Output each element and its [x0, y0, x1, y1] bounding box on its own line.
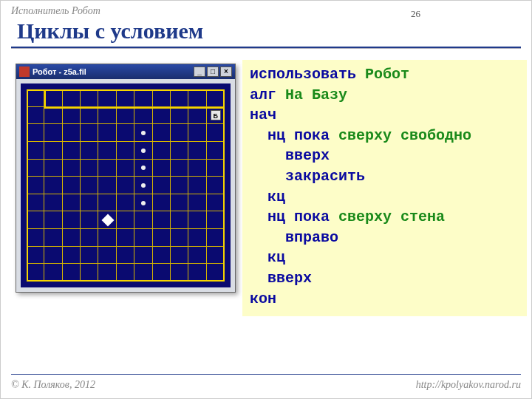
grid-cell	[81, 194, 98, 212]
grid-cell	[117, 264, 134, 282]
grid-cell	[171, 264, 188, 282]
grid-cell	[153, 107, 171, 125]
grid-cell	[188, 142, 206, 160]
grid-cell	[44, 194, 62, 212]
painted-cell-dot	[141, 149, 146, 153]
grid-cell	[153, 142, 171, 160]
grid-cell	[188, 124, 206, 142]
grid-cell	[117, 211, 134, 229]
grid-cell	[117, 194, 134, 212]
grid-cell	[153, 194, 171, 212]
grid-cell	[63, 89, 81, 107]
grid-cell	[27, 211, 44, 229]
inner-wall-horizontal	[44, 107, 225, 109]
grid-cell	[81, 160, 98, 177]
code-line: нц пока сверху свободно	[250, 126, 519, 146]
grid-cell	[27, 229, 44, 247]
grid-cell	[207, 194, 225, 212]
title-rule	[11, 47, 521, 49]
grid-cell	[188, 160, 206, 177]
painted-cell-dot	[141, 166, 146, 170]
grid-cell	[44, 124, 62, 142]
grid-cell	[153, 124, 171, 142]
code-line: кц	[250, 187, 519, 208]
painted-cell-dot	[141, 183, 146, 188]
grid-cell	[63, 194, 81, 212]
keyword-token: нц пока	[250, 208, 338, 225]
grid-cell	[98, 229, 116, 247]
grid-cell	[171, 177, 188, 194]
grid-cell	[117, 107, 134, 125]
grid-cell	[44, 107, 62, 125]
site-url: http://kpolyakov.narod.ru	[416, 379, 521, 391]
grid-cell	[98, 264, 116, 282]
grid-cell	[171, 107, 188, 125]
grid-cell	[27, 177, 44, 194]
grid-cell	[171, 194, 188, 212]
keyword-token: нц пока	[250, 127, 338, 144]
grid-cell	[81, 107, 98, 125]
grid-cell	[81, 124, 98, 142]
grid-cell	[117, 160, 134, 177]
grid-cell	[98, 177, 116, 194]
code-line: кц	[250, 248, 519, 268]
grid-cell	[153, 211, 171, 229]
grid-cell	[27, 142, 44, 160]
grid-cell	[63, 142, 81, 160]
grid-cell	[171, 142, 188, 160]
grid-cell	[63, 247, 81, 265]
grid-cell	[171, 124, 188, 142]
grid-cell	[44, 264, 62, 282]
grid-cell	[81, 142, 98, 160]
grid-cell	[188, 211, 206, 229]
grid-cell	[98, 124, 116, 142]
grid-cell	[207, 89, 225, 107]
code-line: использовать Робот	[250, 64, 519, 85]
grid-cell	[117, 247, 134, 265]
keyword-token: вправо	[250, 229, 338, 246]
grid-cell	[117, 142, 134, 160]
keyword-token: использовать	[250, 66, 365, 83]
grid-cell	[207, 177, 225, 194]
painted-cell-dot	[141, 131, 146, 135]
code-line: вверх	[250, 268, 519, 289]
grid-cell	[44, 89, 62, 107]
app-icon	[19, 66, 30, 77]
grid-cell	[207, 264, 225, 282]
grid-cell	[44, 247, 62, 265]
grid-cell	[98, 142, 116, 160]
identifier-token: сверху свободно	[338, 127, 471, 144]
grid-cell	[134, 89, 152, 107]
grid-cell	[171, 160, 188, 177]
grid-cell	[27, 160, 44, 177]
identifier-token: сверху стена	[338, 208, 445, 225]
page-title: Циклы с условием	[17, 18, 203, 44]
grid-cell	[207, 229, 225, 247]
grid-cell	[63, 211, 81, 229]
grid-cell	[27, 264, 44, 282]
grid-cell	[188, 247, 206, 265]
grid-cell	[98, 247, 116, 265]
window-title: Робот - z5a.fil	[33, 67, 86, 76]
grid-cell	[63, 160, 81, 177]
grid-cell	[44, 229, 62, 247]
footer-rule	[11, 374, 521, 375]
grid-cell	[207, 142, 225, 160]
grid-cell	[81, 89, 98, 107]
maximize-button[interactable]: □	[207, 66, 219, 77]
close-button[interactable]: ×	[220, 66, 232, 77]
identifier-token: Робот	[365, 66, 409, 83]
grid-cell	[188, 264, 206, 282]
grid-cell	[63, 264, 81, 282]
identifier-token: На Базу	[285, 86, 347, 103]
grid-cell	[188, 107, 206, 125]
keyword-token: кон	[250, 290, 276, 307]
grid-cell	[44, 142, 62, 160]
grid-cell	[134, 107, 152, 125]
grid-cell	[207, 247, 225, 265]
robot-window: Робот - z5a.fil _ □ × Б	[16, 64, 236, 293]
minimize-button[interactable]: _	[194, 66, 205, 77]
grid-cell	[207, 160, 225, 177]
code-line: вверх	[250, 146, 519, 166]
code-line: нач	[250, 105, 519, 126]
